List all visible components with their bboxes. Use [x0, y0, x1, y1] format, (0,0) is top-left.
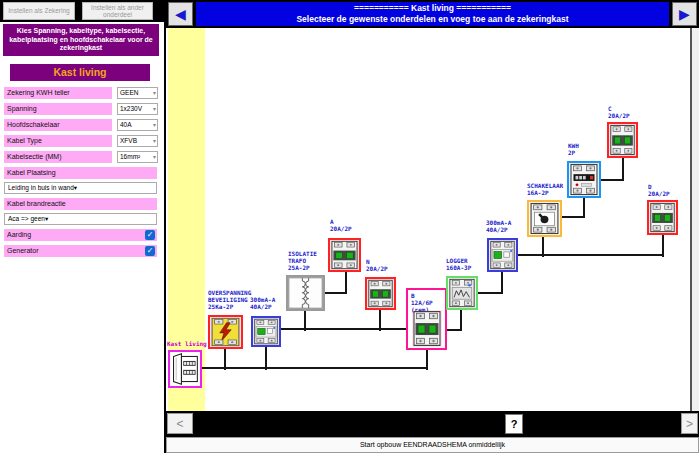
set-as-other-part-button[interactable]: Instellen als ander onderdeel: [82, 2, 153, 20]
field-select-kabelsectie-mm[interactable]: 16mm²▾: [117, 151, 158, 163]
header-title: =========== Kast living ===========: [196, 3, 669, 14]
device-breaker-d[interactable]: [647, 200, 678, 235]
section-label-kabel-brandreactie: Kabel brandreactie: [4, 198, 157, 210]
sidebar-instruction: Kies Spanning, kabeltype, kabelsectie, k…: [3, 24, 159, 56]
chevron-down-icon: ▾: [74, 184, 77, 191]
breaker-b-group-breaker-icon: [412, 310, 442, 347]
device-logger[interactable]: [446, 276, 478, 310]
help-button[interactable]: ?: [505, 414, 523, 434]
top-left-toolbar: Instellen als Zekering Instellen als and…: [0, 0, 166, 22]
next-arrow-button[interactable]: ▶: [672, 2, 697, 26]
isolatie-trafo-icon: [288, 277, 323, 309]
device-rcd-300ma-2[interactable]: [487, 238, 518, 272]
logger-icon: [448, 278, 476, 308]
scroll-right-button[interactable]: >: [681, 413, 698, 434]
scroll-left-button[interactable]: <: [167, 413, 193, 434]
toggle-row-aarding: Aarding✓: [4, 229, 157, 241]
kwh-meter-icon: [569, 163, 599, 196]
left-arrow-icon: ◀: [175, 6, 186, 22]
field-row-spanning: Spanning1x230V▾: [4, 103, 164, 115]
breaker-c-icon: [609, 124, 636, 156]
field-label-zekering-kwh-teller: Zekering KWH teller: [4, 87, 112, 99]
header-subtitle: Selecteer de gewenste onderdelen en voeg…: [196, 14, 669, 25]
start-eendraadschema-button[interactable]: Start opbouw EENDRAADSHEMA onmiddellijk: [166, 437, 699, 453]
toggle-label-generator: Generator: [7, 247, 39, 254]
field-select-zekering-kwh-teller[interactable]: GEEN▾: [117, 87, 158, 99]
rcd-300ma-2-icon: [489, 240, 516, 270]
scroll-right-icon: >: [686, 417, 693, 431]
checkbox-generator[interactable]: ✓: [145, 246, 155, 256]
device-breaker-c[interactable]: [607, 122, 638, 158]
rcd-300ma-1-icon: [253, 318, 279, 345]
field-row-zekering-kwh-teller: Zekering KWH tellerGEEN▾: [4, 87, 164, 99]
device-breaker-a[interactable]: [328, 238, 361, 272]
device-kast-living-cabinet[interactable]: [168, 350, 202, 388]
field-row-kabelsectie-mm: Kabelsectie (MM)16mm²▾: [4, 151, 164, 163]
field-row-kabel-type: Kabel TypeXFVB▾: [4, 135, 164, 147]
breaker-n-icon: [367, 279, 394, 308]
field-label-kabelsectie-mm: Kabelsectie (MM): [4, 151, 112, 163]
header-bar: ◀ =========== Kast living =========== Se…: [166, 0, 699, 28]
chevron-down-icon: ▾: [153, 136, 156, 146]
panel-title: Kast living: [10, 64, 150, 81]
sidebar-fields: Zekering KWH tellerGEEN▾Spanning1x230V▾H…: [0, 87, 164, 257]
vertical-scrollbar[interactable]: [690, 28, 699, 411]
scroll-left-icon: <: [176, 417, 183, 431]
field-row-hoofdschakelaar: Hoofdschakelaar40A▾: [4, 119, 164, 131]
chevron-down-icon: ▾: [153, 88, 156, 98]
breaker-d-icon: [649, 202, 676, 233]
device-kwh-meter[interactable]: [567, 161, 601, 198]
field-select-spanning[interactable]: 1x230V▾: [117, 103, 158, 115]
device-breaker-b-group[interactable]: B 12A/6P (rem): [406, 288, 447, 350]
help-icon: ?: [511, 418, 518, 430]
bottom-scrollbar: < ? >: [166, 411, 699, 437]
section-label-kabel-plaatsing: Kabel Plaatsing: [4, 167, 157, 179]
device-isolatie-trafo[interactable]: [286, 275, 325, 311]
diagram-canvas: Kast living OVERSPANNING BEVEILIGING 25K…: [166, 28, 699, 411]
device-rcd-300ma-1[interactable]: [251, 316, 281, 347]
select-kabel-brandreactie[interactable]: Aca => geen▾: [4, 213, 157, 225]
chevron-down-icon: ▾: [153, 104, 156, 114]
device-overspanning-beveiliging[interactable]: [208, 315, 243, 349]
schakelaar-icon: [529, 202, 560, 235]
header-message: =========== Kast living =========== Sele…: [196, 2, 669, 26]
toggle-row-generator: Generator✓: [4, 245, 157, 257]
chevron-down-icon: ▾: [45, 215, 48, 222]
breaker-a-icon: [330, 240, 359, 270]
device-schakelaar[interactable]: [527, 200, 562, 237]
kast-living-cabinet-icon: [170, 352, 200, 386]
field-label-hoofdschakelaar: Hoofdschakelaar: [4, 119, 112, 131]
wiring-lines: [166, 28, 699, 411]
toggle-label-aarding: Aarding: [7, 231, 31, 238]
device-breaker-n[interactable]: [365, 277, 396, 310]
set-as-zekering-button[interactable]: Instellen als Zekering: [3, 2, 75, 20]
sidebar: Kies Spanning, kabeltype, kabelsectie, k…: [0, 22, 164, 453]
select-kabel-plaatsing[interactable]: Leiding in buis in wand▾: [4, 182, 157, 194]
field-label-kabel-type: Kabel Type: [4, 135, 112, 147]
chevron-down-icon: ▾: [153, 120, 156, 130]
prev-arrow-button[interactable]: ◀: [168, 2, 193, 26]
field-select-hoofdschakelaar[interactable]: 40A▾: [117, 119, 158, 131]
field-label-spanning: Spanning: [4, 103, 112, 115]
field-select-kabel-type[interactable]: XFVB▾: [117, 135, 158, 147]
chevron-down-icon: ▾: [153, 152, 156, 162]
overspanning-beveiliging-icon: [210, 317, 241, 347]
checkbox-aarding[interactable]: ✓: [145, 230, 155, 240]
right-arrow-icon: ▶: [679, 6, 690, 22]
